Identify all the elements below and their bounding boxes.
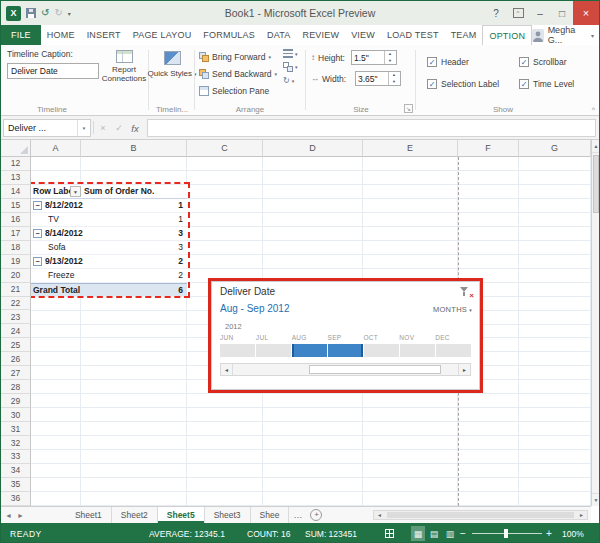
- qat-dropdown-icon[interactable]: ▾: [68, 10, 71, 17]
- clear-filter-icon[interactable]: ×: [459, 286, 474, 299]
- cancel-icon[interactable]: ×: [95, 119, 111, 137]
- show-checkbox-time-level[interactable]: ✓Time Level: [519, 73, 574, 95]
- prev-sheet-icon[interactable]: ◄: [5, 512, 12, 519]
- row-header-12[interactable]: 12: [1, 157, 31, 171]
- row-labels-filter-icon[interactable]: ▼: [70, 186, 81, 197]
- timeline-slicer[interactable]: Deliver Date × Aug - Sep 2012 MONTHS ▾ 2…: [208, 278, 483, 393]
- redo-icon[interactable]: ↻: [54, 8, 62, 18]
- height-input[interactable]: [352, 51, 384, 64]
- pivot-cell-label[interactable]: −9/13/2012: [31, 255, 81, 268]
- pivot-cell-label[interactable]: Row Labels▼: [31, 185, 81, 198]
- row-header-35[interactable]: 35: [1, 478, 31, 492]
- report-connections-button[interactable]: Report Connections: [101, 47, 147, 101]
- timeline-period-dropdown[interactable]: MONTHS ▾: [433, 305, 472, 314]
- row-header-22[interactable]: 22: [1, 297, 31, 311]
- row-header-20[interactable]: 20: [1, 269, 31, 283]
- timeline-cell-sep[interactable]: [328, 344, 363, 357]
- ribbon-tab-insert[interactable]: INSERT: [81, 25, 127, 45]
- row-header-30[interactable]: 30: [1, 408, 31, 422]
- ribbon-tab-home[interactable]: HOME: [41, 25, 81, 45]
- ribbon-tab-view[interactable]: VIEW: [345, 25, 381, 45]
- scroll-down-icon[interactable]: ▼: [592, 493, 600, 506]
- name-box[interactable]: Deliver ... ▾: [3, 119, 91, 137]
- pivot-cell-label[interactable]: Sofa: [31, 241, 81, 254]
- row-header-18[interactable]: 18: [1, 241, 31, 255]
- row-header-33[interactable]: 33: [1, 450, 31, 464]
- normal-view-icon[interactable]: ▦: [411, 526, 425, 541]
- ribbon-tab-formulas[interactable]: FORMULAS: [197, 25, 261, 45]
- timeline-cell-oct[interactable]: [364, 344, 399, 357]
- column-header-b[interactable]: B: [81, 140, 187, 157]
- ribbon-tab-review[interactable]: REVIEW: [296, 25, 345, 45]
- align-dropdown-button[interactable]: ▾: [283, 49, 298, 58]
- next-sheet-icon[interactable]: ►: [17, 512, 24, 519]
- height-stepper[interactable]: ▲▼: [351, 50, 397, 65]
- quick-styles-button[interactable]: Quick Styles▾: [150, 47, 194, 78]
- scroll-left-icon[interactable]: ◄: [221, 364, 233, 375]
- name-box-dropdown-icon[interactable]: ▾: [77, 120, 90, 136]
- pivot-cell-value[interactable]: 2: [81, 256, 187, 266]
- width-stepper[interactable]: ▲▼: [355, 71, 401, 86]
- collapse-icon[interactable]: −: [33, 229, 42, 238]
- collapse-icon[interactable]: −: [33, 257, 42, 266]
- zoom-level[interactable]: 100%: [562, 523, 584, 543]
- row-header-14[interactable]: 14: [1, 185, 31, 199]
- row-header-24[interactable]: 24: [1, 324, 31, 338]
- ribbon-tab-option[interactable]: OPTION: [482, 25, 532, 45]
- page-layout-view-icon[interactable]: ▤: [427, 526, 441, 541]
- row-header-13[interactable]: 13: [1, 171, 31, 185]
- zoom-in-icon[interactable]: +: [546, 523, 552, 543]
- row-header-34[interactable]: 34: [1, 464, 31, 478]
- row-header-36[interactable]: 36: [1, 492, 31, 506]
- width-spin-buttons[interactable]: ▲▼: [388, 72, 399, 85]
- sheet-tab-sheet5[interactable]: Sheet5: [158, 507, 205, 523]
- rotate-dropdown-button[interactable]: ↻▾: [283, 76, 298, 86]
- row-header-15[interactable]: 15: [1, 199, 31, 213]
- timeline-cell-jun[interactable]: [220, 344, 255, 357]
- ribbon-tab-data[interactable]: DATA: [261, 25, 296, 45]
- new-sheet-icon[interactable]: +: [310, 509, 322, 521]
- show-checkbox-scrollbar[interactable]: ✓Scrollbar: [519, 51, 574, 73]
- user-account[interactable]: Megha G... ▾: [532, 25, 599, 45]
- close-icon[interactable]: ×: [573, 1, 599, 25]
- scroll-right-icon[interactable]: ►: [576, 511, 587, 519]
- vertical-scroll-thumb[interactable]: [593, 155, 599, 213]
- pivot-cell-value[interactable]: 1: [81, 214, 187, 224]
- pivot-cell-value[interactable]: 6: [81, 285, 187, 295]
- pivot-cell-value[interactable]: Sum of Order No.: [81, 186, 187, 196]
- scroll-left-icon[interactable]: ◄: [374, 511, 385, 519]
- zoom-slider-thumb[interactable]: [504, 529, 508, 538]
- user-dropdown-icon[interactable]: ▾: [591, 32, 594, 39]
- timeline-scroll-thumb[interactable]: [309, 365, 441, 374]
- ribbon-tab-file[interactable]: FILE: [1, 25, 41, 45]
- timeline-track[interactable]: [220, 344, 471, 357]
- page-break-view-icon[interactable]: ▥: [443, 526, 457, 541]
- select-all-corner[interactable]: [1, 140, 31, 157]
- timeline-cell-aug[interactable]: [292, 344, 327, 357]
- row-header-28[interactable]: 28: [1, 380, 31, 394]
- pivot-cell-value[interactable]: 3: [81, 242, 187, 252]
- row-header-23[interactable]: 23: [1, 310, 31, 324]
- pivot-cell-label[interactable]: −8/14/2012: [31, 227, 81, 240]
- zoom-out-icon[interactable]: −: [460, 523, 466, 543]
- column-header-f[interactable]: F: [458, 140, 519, 157]
- timeline-scrollbar[interactable]: ◄ ►: [220, 363, 471, 376]
- column-header-c[interactable]: C: [187, 140, 263, 157]
- pivot-cell-label[interactable]: TV: [31, 213, 81, 226]
- timeline-cell-nov[interactable]: [400, 344, 435, 357]
- row-header-29[interactable]: 29: [1, 394, 31, 408]
- collapse-icon[interactable]: −: [33, 201, 42, 210]
- pivot-cell-value[interactable]: 1: [81, 200, 187, 210]
- timeline-caption-input[interactable]: [7, 63, 99, 79]
- ribbon-tab-team[interactable]: TEAM: [445, 25, 483, 45]
- pivot-cell-value[interactable]: 3: [81, 228, 187, 238]
- row-header-21[interactable]: 21: [1, 283, 31, 297]
- pivot-cell-label[interactable]: Grand Total: [31, 284, 81, 296]
- column-header-g[interactable]: G: [519, 140, 591, 157]
- row-header-31[interactable]: 31: [1, 422, 31, 436]
- row-header-32[interactable]: 32: [1, 436, 31, 450]
- row-header-19[interactable]: 19: [1, 255, 31, 269]
- size-dialog-launcher-icon[interactable]: ↘: [404, 104, 413, 113]
- formula-input[interactable]: [147, 119, 596, 137]
- enter-icon[interactable]: ✓: [111, 119, 127, 137]
